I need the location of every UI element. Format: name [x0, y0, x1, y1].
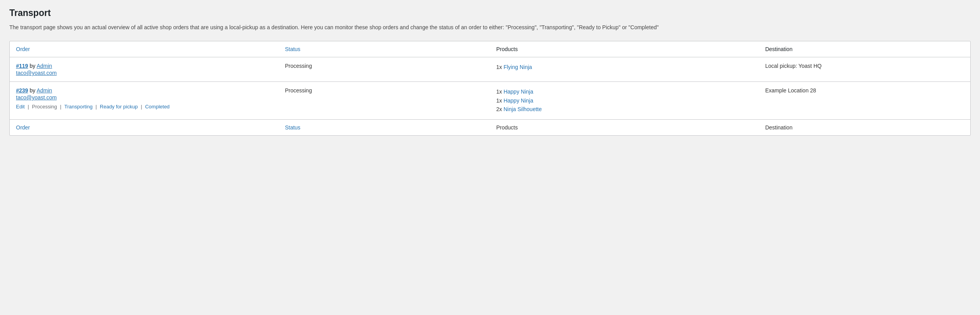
header-products: Products	[490, 41, 759, 57]
table-footer-row: Order Status Products Destination	[10, 119, 970, 135]
order-number-link[interactable]: #119	[16, 63, 28, 69]
product-line: 2x Ninja Silhouette	[496, 105, 753, 113]
footer-products: Products	[490, 119, 759, 135]
order-cell: #239 by Admintaco@yoast.comEdit | Proces…	[10, 82, 279, 119]
table-header-row: Order Status Products Destination	[10, 41, 970, 57]
destination-cell: Local pickup: Yoast HQ	[759, 57, 970, 82]
separator: |	[140, 104, 144, 110]
action-transporting-link[interactable]: Transporting	[64, 104, 93, 110]
action-completed-link[interactable]: Completed	[145, 104, 170, 110]
table-row: #119 by Admintaco@yoast.comProcessing1x …	[10, 57, 970, 82]
product-line: 1x Flying Ninja	[496, 63, 753, 71]
product-link[interactable]: Happy Ninja	[504, 88, 533, 95]
page-description: The transport page shows you an actual o…	[9, 23, 971, 32]
products-cell: 1x Happy Ninja1x Happy Ninja2x Ninja Sil…	[490, 82, 759, 119]
destination-cell: Example Location 28	[759, 82, 970, 119]
order-by-text: by	[28, 87, 37, 94]
separator: |	[58, 104, 63, 110]
action-edit-link[interactable]: Edit	[16, 104, 25, 110]
status-cell: Processing	[279, 57, 490, 82]
order-email-link[interactable]: taco@yoast.com	[16, 70, 272, 76]
product-line: 1x Happy Ninja	[496, 87, 753, 96]
product-link[interactable]: Flying Ninja	[504, 64, 532, 70]
separator: |	[26, 104, 30, 110]
status-cell: Processing	[279, 82, 490, 119]
order-admin-link[interactable]: Admin	[37, 63, 52, 69]
footer-status: Status	[279, 119, 490, 135]
transport-table-wrapper: Order Status Products Destination #119 b…	[9, 41, 971, 135]
footer-destination: Destination	[759, 119, 970, 135]
product-link[interactable]: Ninja Silhouette	[504, 106, 542, 112]
action-ready-pickup-link[interactable]: Ready for pickup	[100, 104, 138, 110]
header-destination: Destination	[759, 41, 970, 57]
order-cell: #119 by Admintaco@yoast.com	[10, 57, 279, 82]
order-admin-link[interactable]: Admin	[37, 87, 52, 94]
order-actions: Edit | Processing | Transporting | Ready…	[16, 104, 272, 110]
product-line: 1x Happy Ninja	[496, 96, 753, 105]
page-title: Transport	[9, 8, 971, 18]
order-number-link[interactable]: #239	[16, 87, 28, 94]
header-status: Status	[279, 41, 490, 57]
transport-table: Order Status Products Destination #119 b…	[10, 41, 970, 135]
header-order: Order	[10, 41, 279, 57]
page-container: Transport The transport page shows you a…	[0, 0, 980, 143]
order-line: #119 by Admin	[16, 63, 272, 69]
table-row: #239 by Admintaco@yoast.comEdit | Proces…	[10, 82, 970, 119]
order-by-text: by	[28, 63, 37, 69]
products-cell: 1x Flying Ninja	[490, 57, 759, 82]
product-link[interactable]: Happy Ninja	[504, 97, 533, 104]
footer-order: Order	[10, 119, 279, 135]
order-line: #239 by Admin	[16, 87, 272, 94]
action-processing-text: Processing	[32, 104, 57, 110]
order-email-link[interactable]: taco@yoast.com	[16, 94, 272, 101]
separator: |	[94, 104, 98, 110]
